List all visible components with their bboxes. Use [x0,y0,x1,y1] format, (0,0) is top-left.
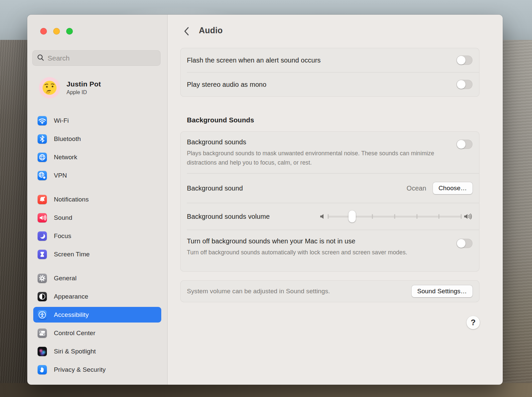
sidebar-item-sound[interactable]: Sound [33,210,161,225]
sidebar-item-label: Bluetooth [54,135,81,143]
background-sounds-description: Plays background sounds to mask unwanted… [187,149,440,167]
stereo-mono-label: Play stereo audio as mono [187,81,266,88]
sidebar-item-notifications[interactable]: Notifications [33,192,161,207]
stereo-mono-row: Play stereo audio as mono [181,72,479,96]
vpn-icon [38,171,47,180]
sidebar-item-bluetooth[interactable]: Bluetooth [33,131,161,147]
flash-screen-toggle[interactable] [457,56,472,65]
page-title: Audio [199,26,223,35]
help-button[interactable]: ? [466,316,480,329]
wallpaper-sand [0,383,532,397]
sidebar-item-label: Privacy & Security [54,366,106,373]
sidebar-item-control-center[interactable]: Control Center [33,325,161,341]
search-field[interactable] [32,50,161,66]
sidebar-item-label: General [54,275,76,282]
profile-subtitle: Apple ID [66,89,101,95]
wallpaper-rock-left [0,40,30,397]
sidebar-item-label: Wi-Fi [54,117,69,124]
avatar [39,77,60,98]
chevron-left-icon [183,26,190,36]
background-sound-row: Background sound Ocean Choose… [181,174,479,203]
screen-time-hourglass-icon [38,250,47,259]
appearance-contrast-icon [38,292,47,301]
volume-slider-track[interactable] [328,210,461,223]
focus-moon-icon [38,231,47,241]
sidebar-item-focus[interactable]: Focus [33,228,161,244]
sidebar-item-label: Screen Time [54,251,90,258]
background-sounds-volume-row: Background sounds volume [181,203,479,230]
sidebar-item-siri-spotlight[interactable]: Siri & Spotlight [33,343,161,359]
sidebar-item-accessibility[interactable]: Accessibility [33,307,161,323]
flash-screen-row: Flash the screen when an alert sound occ… [181,48,479,72]
sidebar-item-label: Control Center [54,330,95,337]
system-volume-row: System volume can be adjusted in Sound s… [181,281,479,302]
sidebar-item-network[interactable]: Network [33,149,161,165]
sidebar-item-label: Notifications [54,196,89,203]
notifications-bell-icon [38,195,47,204]
accessibility-icon [38,310,47,320]
back-button[interactable] [181,25,192,37]
background-sounds-toggle[interactable] [457,140,472,149]
search-input[interactable] [48,54,156,62]
system-volume-card: System volume can be adjusted in Sound s… [181,281,479,302]
sidebar: Justin Pot Apple ID Wi-Fi [27,15,168,385]
wifi-icon [38,116,47,125]
sidebar-item-general[interactable]: General [33,270,161,286]
siri-icon [38,347,47,356]
control-center-icon [38,329,47,338]
audio-settings-panel: Audio Flash the screen when an alert sou… [168,15,503,385]
flash-screen-label: Flash the screen when an alert sound occ… [187,57,321,64]
auto-off-label: Turn off background sounds when your Mac… [187,237,407,245]
network-globe-icon [38,153,47,162]
auto-off-description: Turn off background sounds automatically… [187,248,407,257]
minimize-button[interactable] [53,28,60,35]
sidebar-item-label: Siri & Spotlight [54,348,96,355]
stereo-mono-toggle[interactable] [457,80,472,89]
background-sounds-card: Background sounds Plays background sound… [181,132,479,271]
traffic-lights [40,28,73,35]
sidebar-item-privacy-security[interactable]: Privacy & Security [33,362,161,377]
choose-button[interactable]: Choose… [433,182,472,194]
general-gear-icon [38,274,47,283]
close-button[interactable] [40,28,47,35]
wallpaper-rock-right [502,40,532,397]
sound-settings-button[interactable]: Sound Settings… [412,285,472,297]
zoom-button[interactable] [66,28,73,35]
sidebar-item-label: Accessibility [54,311,89,319]
privacy-hand-icon [38,365,47,374]
sidebar-item-label: Sound [54,214,72,221]
thinking-face-emoji [42,80,57,95]
desktop: Justin Pot Apple ID Wi-Fi [0,0,532,397]
speaker-quiet-icon [320,213,326,219]
bluetooth-icon [38,134,47,144]
sidebar-item-screen-time[interactable]: Screen Time [33,246,161,262]
sidebar-item-appearance[interactable]: Appearance [33,289,161,304]
speaker-loud-icon [464,213,472,220]
sound-speaker-icon [38,213,47,222]
sidebar-item-vpn[interactable]: VPN [33,168,161,183]
volume-slider [320,210,472,223]
sidebar-item-label: Network [54,154,77,161]
search-icon [37,54,44,63]
system-settings-window: Justin Pot Apple ID Wi-Fi [27,15,503,385]
auto-off-toggle[interactable] [457,239,472,248]
sidebar-items: Wi-Fi Bluetooth [33,113,161,380]
auto-off-row: Turn off background sounds when your Mac… [181,230,479,272]
apple-id-row[interactable]: Justin Pot Apple ID [39,77,101,98]
alert-sounds-card: Flash the screen when an alert sound occ… [181,48,479,96]
background-sound-label: Background sound [187,185,243,192]
sidebar-item-wifi[interactable]: Wi-Fi [33,113,161,128]
volume-slider-thumb[interactable] [348,210,356,222]
volume-label: Background sounds volume [187,213,270,220]
sidebar-item-label: VPN [54,172,67,179]
sidebar-item-label: Focus [54,232,71,240]
system-volume-note: System volume can be adjusted in Sound s… [187,287,330,296]
sidebar-item-label: Appearance [54,293,88,300]
background-sound-value: Ocean [407,185,426,192]
background-sounds-label: Background sounds [187,138,440,146]
background-sounds-section-header: Background Sounds [187,116,254,124]
profile-name: Justin Pot [66,80,101,88]
background-sounds-row: Background sounds Plays background sound… [181,132,479,173]
